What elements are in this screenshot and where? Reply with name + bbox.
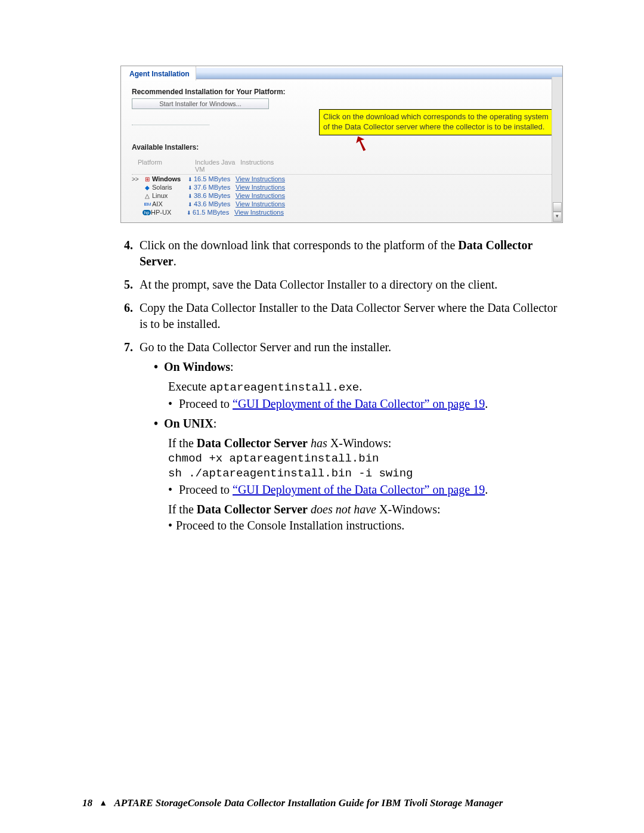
solaris-icon: ◆ <box>143 184 152 191</box>
step-6: Copy the Data Collector Installer to the… <box>136 300 561 332</box>
aix-icon: IBM <box>143 202 152 207</box>
view-instructions-link[interactable]: View Instructions <box>236 192 295 199</box>
platform-name: Linux <box>152 192 188 199</box>
unix-cmd-1: chmod +x aptareagentinstall.bin <box>168 451 561 467</box>
hpux-icon: hp <box>143 210 151 215</box>
view-instructions-link[interactable]: View Instructions <box>234 209 294 216</box>
col-java-vm: Includes Java VM <box>195 159 240 173</box>
col-platform: Platform <box>132 159 195 173</box>
windows-proceed-line: Proceed to “GUI Deployment of the Data C… <box>168 396 561 412</box>
view-instructions-link[interactable]: View Instructions <box>236 175 295 182</box>
windows-icon: ⊞ <box>143 176 152 182</box>
download-link[interactable]: 61.5 MBytes <box>187 209 234 216</box>
agent-installation-screenshot: Agent Installation Recommended Installat… <box>120 66 563 223</box>
table-row: ◆ Solaris 37.6 MBytes View Instructions <box>132 183 552 191</box>
window-topbar <box>196 68 562 79</box>
row-marker: >> <box>132 176 143 182</box>
platform-name: Windows <box>152 175 188 182</box>
on-windows-heading: On Windows: <box>154 359 561 375</box>
gui-deployment-link[interactable]: “GUI Deployment of the Data Collector” o… <box>233 397 485 410</box>
gui-deployment-link[interactable]: “GUI Deployment of the Data Collector” o… <box>233 483 485 496</box>
table-row: >> ⊞ Windows 16.5 MBytes View Instructio… <box>132 175 552 183</box>
download-link[interactable]: 37.6 MBytes <box>188 184 236 191</box>
unix-has-x-line: If the Data Collector Server has X-Windo… <box>168 435 561 451</box>
step-5: At the prompt, save the Data Collector I… <box>136 277 561 293</box>
on-unix-heading: On UNIX: <box>154 416 561 432</box>
instruction-list: Click on the download link that correspo… <box>95 237 561 534</box>
table-row: hp HP-UX 61.5 MBytes View Instructions <box>132 208 552 216</box>
unix-nohas-x-line: If the Data Collector Server does not ha… <box>168 501 561 518</box>
start-installer-button[interactable]: Start Installer for Windows... <box>132 98 269 109</box>
download-link[interactable]: 43.6 MBytes <box>188 200 236 208</box>
agent-installation-tab[interactable]: Agent Installation <box>121 66 196 80</box>
table-row: △ Linux 38.6 MBytes View Instructions <box>132 191 552 200</box>
col-instructions: Instructions <box>240 159 294 173</box>
divider <box>132 125 209 125</box>
view-instructions-link[interactable]: View Instructions <box>236 200 295 208</box>
page-number: 18 <box>82 797 92 809</box>
unix-cmd-2: sh ./aptareagentinstall.bin -i swing <box>168 466 561 482</box>
callout-note: Click on the download which corresponds … <box>319 109 559 135</box>
step-7: Go to the Data Collector Server and run … <box>136 339 561 534</box>
table-header: Platform Includes Java VM Instructions <box>132 157 552 175</box>
platform-name: HP-UX <box>151 209 187 216</box>
scroll-thumb[interactable] <box>553 202 562 212</box>
download-link[interactable]: 16.5 MBytes <box>188 175 236 182</box>
available-installers-label: Available Installers: <box>132 143 552 151</box>
recommended-title: Recommended Installation for Your Platfo… <box>132 88 552 96</box>
windows-execute-line: Execute aptareagentinstall.exe. <box>168 379 561 396</box>
scrollbar[interactable]: ▾ <box>552 77 562 222</box>
table-row: IBM AIX 43.6 MBytes View Instructions <box>132 200 552 208</box>
view-instructions-link[interactable]: View Instructions <box>236 184 295 191</box>
scroll-down-icon[interactable]: ▾ <box>553 212 562 222</box>
console-proceed-line: Proceed to the Console Installation inst… <box>168 518 561 534</box>
doc-title: APTARE StorageConsole Data Collector Ins… <box>114 797 503 809</box>
platform-name: Solaris <box>152 184 188 191</box>
triangle-icon: ▲ <box>95 798 112 807</box>
download-link[interactable]: 38.6 MBytes <box>188 192 236 199</box>
page-footer: 18 ▲ APTARE StorageConsole Data Collecto… <box>82 797 503 809</box>
unix-proceed-line: Proceed to “GUI Deployment of the Data C… <box>168 482 561 498</box>
step-4: Click on the download link that correspo… <box>136 237 561 270</box>
platform-name: AIX <box>152 200 188 208</box>
linux-icon: △ <box>143 193 152 199</box>
